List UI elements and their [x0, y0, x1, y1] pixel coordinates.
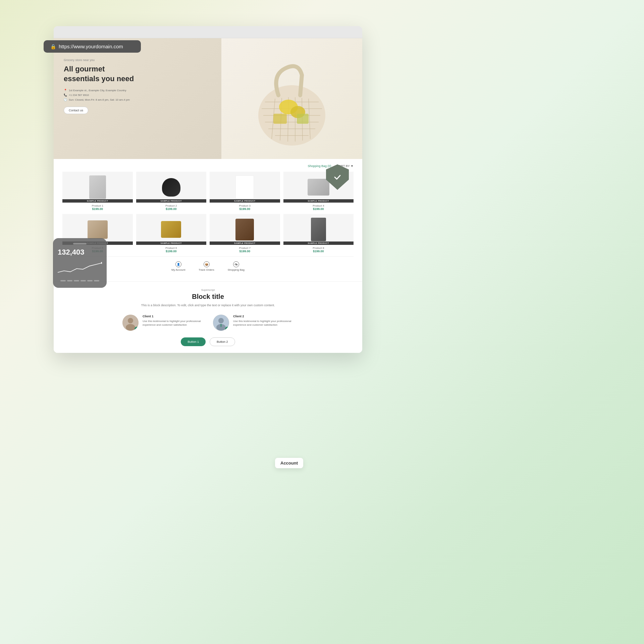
button-2[interactable]: Button 2: [210, 337, 235, 346]
product-label-7: SAMPLE PRODUCT: [210, 241, 280, 245]
svg-point-18: [128, 318, 133, 323]
lock-icon: 🔒: [50, 44, 56, 49]
location-icon: 📍: [64, 89, 67, 92]
product-image-2: SAMPLE PRODUCT: [136, 172, 207, 203]
svg-rect-16: [297, 114, 309, 124]
stats-dots: [58, 280, 102, 281]
hero-title: All gourmet essentials you need: [64, 64, 164, 84]
stats-dot-5: [87, 280, 93, 281]
product-image-1: SAMPLE PRODUCT: [62, 172, 133, 203]
product-label-8: SAMPLE PRODUCT: [283, 241, 354, 245]
product-name-2: Product 2: [136, 204, 207, 207]
hero-text: Grocery store near you All gourmet essen…: [64, 58, 164, 114]
testimonials-title: Block title: [64, 293, 352, 301]
track-icon: 📦: [204, 261, 210, 267]
product-label-1: SAMPLE PRODUCT: [62, 199, 133, 203]
product-name-3: Product 3: [210, 204, 280, 207]
hero-title-line2: essentials you need: [64, 74, 134, 83]
bag-label: Shopping Bag: [228, 268, 245, 271]
url-bar[interactable]: 🔒 https://www.yourdomain.com: [44, 40, 141, 53]
client-text-1: Use this testimonial to highlight your p…: [143, 319, 203, 327]
product-name-8: Product 8: [283, 247, 354, 250]
product-card-8[interactable]: SAMPLE PRODUCT Product 8 $199.00: [283, 214, 354, 253]
clock-icon: 🕐: [64, 98, 67, 101]
product-price-6: $199.00: [136, 250, 207, 253]
product-price-3: $199.00: [210, 207, 280, 211]
product-price-4: $199.00: [283, 207, 354, 211]
account-label: Account: [280, 461, 298, 466]
phone-icon: 📞: [64, 94, 67, 97]
product-card-2[interactable]: SAMPLE PRODUCT Product 2 $199.00: [136, 172, 207, 211]
button-1[interactable]: Button 1: [181, 337, 206, 346]
product-label-3: SAMPLE PRODUCT: [210, 199, 280, 203]
testimonials-description: This is a block description. To edit, cl…: [64, 303, 352, 308]
hero-hours: 🕐 Sun: Closed, Mon-Fri: 8 am-6 pm, Sat: …: [64, 98, 164, 101]
stats-dot-6: [94, 280, 99, 281]
browser-bar: [54, 26, 362, 38]
product-price-1: $199.00: [62, 207, 133, 211]
product-name-4: Product 4: [283, 204, 354, 207]
svg-rect-15: [273, 114, 287, 124]
shield-badge: [326, 164, 349, 190]
client-text-2: Use this testimonial to highlight your p…: [233, 319, 293, 327]
account-badge[interactable]: Account: [275, 458, 303, 468]
svg-point-24: [101, 262, 102, 264]
testimonial-card-2: " Client 2 Use this testimonial to highl…: [213, 315, 293, 331]
stats-handle: [73, 243, 87, 245]
product-price-8: $199.00: [283, 250, 354, 253]
bottom-nav-bag[interactable]: 🛍 Shopping Bag: [228, 261, 245, 271]
testimonial-content-2: Client 2 Use this testimonial to highlig…: [233, 315, 293, 327]
product-card-3[interactable]: SAMPLE PRODUCT Product 3 $199.00: [210, 172, 280, 211]
website-content: Irvine Home Order now Grocery store near…: [54, 38, 362, 353]
product-name-1: Product 1: [62, 204, 133, 207]
product-image-3: SAMPLE PRODUCT: [210, 172, 280, 203]
shield-shape: [326, 164, 349, 190]
testimonials-grid: " Client 1 Use this testimonial to highl…: [64, 315, 352, 331]
product-card-7[interactable]: SAMPLE PRODUCT Product 7 $199.00: [210, 214, 280, 253]
product-label-2: SAMPLE PRODUCT: [136, 199, 207, 203]
stats-dot-1: [60, 280, 66, 281]
bottom-nav-account[interactable]: 👤 My Account: [171, 261, 185, 271]
stats-number: 132,403: [58, 248, 102, 257]
contact-us-button[interactable]: Contact us: [64, 107, 88, 114]
track-label: Track Orders: [199, 268, 214, 271]
client-name-2: Client 2: [233, 315, 293, 318]
svg-point-19: [126, 324, 135, 331]
product-image-6: SAMPLE PRODUCT: [136, 214, 207, 245]
bag-icon: 🛍: [233, 261, 239, 267]
stats-card: 132,403: [53, 238, 107, 288]
stats-dot-2: [67, 280, 72, 281]
testimonial-card-1: " Client 1 Use this testimonial to highl…: [122, 315, 203, 331]
hero-section: Irvine Home Order now Grocery store near…: [54, 38, 362, 159]
testimonial-content-1: Client 1 Use this testimonial to highlig…: [143, 315, 203, 327]
quote-icon-2: ": [225, 327, 229, 331]
url-text: https://www.yourdomain.com: [59, 44, 123, 49]
quote-icon-1: ": [135, 327, 139, 331]
bag-illustration: [248, 48, 335, 149]
product-name-6: Product 6: [136, 247, 207, 250]
product-card-1[interactable]: SAMPLE PRODUCT Product 1 $199.00: [62, 172, 133, 211]
bottom-nav-track[interactable]: 📦 Track Orders: [199, 261, 214, 271]
hero-title-line1: All gourmet: [64, 65, 105, 73]
product-image-7: SAMPLE PRODUCT: [210, 214, 280, 245]
testimonials-buttons: Button 1 Button 2: [64, 337, 352, 346]
account-icon: 👤: [175, 261, 181, 267]
product-image-8: SAMPLE PRODUCT: [283, 214, 354, 245]
avatar-2: ": [213, 315, 229, 331]
product-price-2: $199.00: [136, 207, 207, 211]
testimonials-superscript: Superscript: [64, 288, 352, 291]
hero-image: [221, 38, 362, 159]
stats-dot-4: [80, 280, 86, 281]
hero-info: 📍 1st Example st., Example City, Example…: [64, 89, 164, 101]
svg-point-21: [218, 318, 224, 323]
product-card-6[interactable]: SAMPLE PRODUCT Product 6 $199.00: [136, 214, 207, 253]
client-name-1: Client 1: [143, 315, 203, 318]
testimonials-section: Superscript Block title This is a block …: [54, 281, 362, 353]
products-header: Shopping Bag (0) SORT BY ▼: [62, 164, 354, 168]
stats-dot-3: [74, 280, 79, 281]
stats-chart: [58, 259, 102, 276]
browser-window: Irvine Home Order now Grocery store near…: [54, 26, 362, 353]
avatar-1: ": [122, 315, 139, 331]
product-name-7: Product 7: [210, 247, 280, 250]
product-price-7: $199.00: [210, 250, 280, 253]
